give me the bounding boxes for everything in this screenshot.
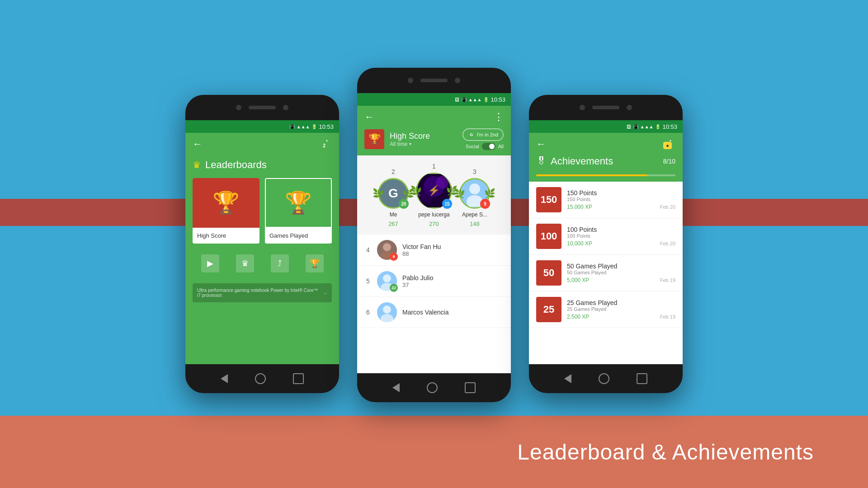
leaderboards-title: Leaderboards xyxy=(205,159,267,171)
phone3-nav-home[interactable] xyxy=(599,373,609,384)
toggle-knob xyxy=(489,144,495,149)
phone1-back-button[interactable]: ← xyxy=(193,138,203,150)
phone3-notif-badge: ● xyxy=(663,142,672,149)
phone1-bottom-bezel xyxy=(185,364,339,393)
hs-title-col: High Score All time ▾ xyxy=(390,131,457,147)
podium-score-3: 148 xyxy=(470,221,480,227)
social-toggle[interactable] xyxy=(482,143,495,150)
ach-date-100: Feb 20 xyxy=(660,241,675,246)
social-toggle-row: Social All xyxy=(466,143,504,150)
lb-avatar-wrap-6 xyxy=(377,302,397,322)
phone3-status-bar: 🖼 📳 ▲▲▲ 🔋 10:53 xyxy=(529,120,683,133)
games-played-card[interactable]: 🏆 Games Played xyxy=(265,178,332,244)
ad-banner: Ultra performance gaming notebook Power … xyxy=(193,283,332,302)
ach-desc-50: 50 Games Played xyxy=(567,270,675,275)
lb-row-4[interactable]: 4 9 Victor Fan Hu 88 xyxy=(357,235,511,266)
ach-date-150: Feb 20 xyxy=(660,204,675,210)
phones-container: 📳 ▲▲▲ 🔋 10:53 ← ⋮ 2 ♛ Leaderboards xyxy=(0,0,868,488)
phone2-app-bar: ← ⋮ xyxy=(357,106,511,128)
ach-name-150: 150 Points xyxy=(567,189,675,197)
podium-item-3: 3 9 Apepe S... 148 xyxy=(459,168,490,227)
svg-point-5 xyxy=(469,183,480,194)
phone1-nav-recents[interactable] xyxy=(293,373,304,384)
phone3-status-icons: 🖼 📳 ▲▲▲ 🔋 xyxy=(627,124,661,129)
svg-point-8 xyxy=(383,243,391,251)
ach-xp-25: 2,500 XP xyxy=(567,314,589,320)
phone1-time: 10:53 xyxy=(319,123,334,130)
phone-3-achievements: 🖼 📳 ▲▲▲ 🔋 10:53 ← ⋮ ● 🎖 Achievements 8/1… xyxy=(529,95,683,393)
im-in-badge: G I'm in 2nd xyxy=(462,128,504,141)
ach-badge-25: 25 xyxy=(536,297,561,322)
ach-date-50: Feb 19 xyxy=(660,277,675,283)
high-score-card[interactable]: 🏆 High Score xyxy=(193,178,259,244)
lb-rank-4: 4 xyxy=(364,246,372,253)
phone-2-highscore: 🖼 📳 ▲▲▲ 🔋 10:53 ← ⋮ 🏆 High Score xyxy=(357,68,511,402)
achievements-ribbon-icon: 🎖 xyxy=(536,155,546,167)
phone2-more-button[interactable]: ⋮ xyxy=(494,111,504,123)
phone2-bottom-bezel xyxy=(357,373,511,402)
phone3-back-button[interactable]: ← xyxy=(536,138,546,150)
play-icon[interactable]: ▶ xyxy=(201,254,219,272)
hs-trophy-bg: 🏆 xyxy=(364,129,384,149)
phone1-nav-home[interactable] xyxy=(255,373,266,384)
lb-row-5[interactable]: 5 22 Pablo Julio 37 xyxy=(357,266,511,297)
podium-avatar-text-2: G xyxy=(388,186,398,201)
ach-list: 150 150 Points 150 Points 15,000 XP Feb … xyxy=(529,182,683,364)
lb-name-col-6: Marcos Valencia xyxy=(402,309,504,316)
lb-avatar-6 xyxy=(377,302,397,322)
phone2-vibrate-icon: 📳 xyxy=(461,97,467,102)
lb-rank-5: 5 xyxy=(364,277,372,285)
hs-trophy-icon: 🏆 xyxy=(368,133,381,145)
phone2-screen: ← ⋮ 🏆 High Score All time ▾ G xyxy=(357,106,511,373)
phone3-nav-back[interactable] xyxy=(564,374,571,383)
phone1-battery-icon: 🔋 xyxy=(311,124,317,129)
phone3-speaker xyxy=(592,106,619,109)
phone3-bottom-bezel xyxy=(529,364,683,393)
lb-badge-4: 9 xyxy=(390,253,398,261)
hs-dropdown-icon[interactable]: ▾ xyxy=(409,141,411,146)
lb-row-6[interactable]: 6 Marcos Valencia xyxy=(357,297,511,328)
phone1-signal-icon: ▲▲▲ xyxy=(297,124,310,129)
lb-name-col-5: Pablo Julio 37 xyxy=(402,274,504,288)
lb-name-col-4: Victor Fan Hu 88 xyxy=(402,243,504,257)
phone3-nav-recents[interactable] xyxy=(637,373,647,384)
podium-name-3: Apepe S... xyxy=(462,211,487,218)
share-icon[interactable]: ⤴ xyxy=(271,254,289,272)
phone1-status-icons: 📳 ▲▲▲ 🔋 xyxy=(289,124,317,129)
ach-date-25: Feb 19 xyxy=(660,314,675,319)
phone1-title-row: ♛ Leaderboards xyxy=(185,155,339,178)
achievements-header: 🎖 Achievements 8/10 xyxy=(529,155,683,174)
ach-xp-100: 10,000 XP xyxy=(567,240,592,247)
phone1-top-bezel xyxy=(185,95,339,120)
phone1-nav-back[interactable] xyxy=(221,374,228,383)
high-score-card-bg: 🏆 xyxy=(193,178,259,228)
hs-alltime-label: All time xyxy=(390,141,407,147)
ach-item-25[interactable]: 25 25 Games Played 25 Games Played 2,500… xyxy=(529,291,683,328)
phone2-nav-home[interactable] xyxy=(427,382,438,393)
ach-info-50: 50 Games Played 50 Games Played 5,000 XP… xyxy=(567,263,675,283)
phone2-nav-recents[interactable] xyxy=(465,382,476,393)
ach-item-100[interactable]: 100 100 Points 100 Points 10,000 XP Feb … xyxy=(529,218,683,255)
phone3-top-bezel xyxy=(529,95,683,120)
phone2-nav-back[interactable] xyxy=(392,383,400,392)
lb-score-4: 88 xyxy=(402,250,504,257)
crown-icon-btn[interactable]: ♛ xyxy=(236,254,254,272)
podium-name-2: Me xyxy=(390,211,397,218)
ach-item-50[interactable]: 50 50 Games Played 50 Games Played 5,000… xyxy=(529,255,683,291)
ach-desc-25: 25 Games Played xyxy=(567,306,675,312)
lb-badge-5: 22 xyxy=(390,284,398,292)
lb-avatar-wrap-5: 22 xyxy=(377,271,397,291)
phone2-time: 10:53 xyxy=(491,96,505,103)
podium-name-1: pepe lucerga xyxy=(418,211,449,218)
ach-item-150[interactable]: 150 150 Points 150 Points 15,000 XP Feb … xyxy=(529,182,683,218)
phone2-speaker xyxy=(420,79,448,82)
ach-progress-bar-wrap xyxy=(529,174,683,182)
podium-rank-3: 3 xyxy=(473,168,476,175)
ach-desc-100: 100 Points xyxy=(567,233,675,239)
trophy-icon-btn[interactable]: 🏆 xyxy=(306,254,324,272)
phone2-back-button[interactable]: ← xyxy=(364,111,374,123)
achievements-progress: 8/10 xyxy=(663,158,675,165)
podium-badge-2: 20 xyxy=(399,199,409,209)
achievements-title: Achievements xyxy=(551,155,659,167)
podium-score-2: 267 xyxy=(388,221,398,227)
